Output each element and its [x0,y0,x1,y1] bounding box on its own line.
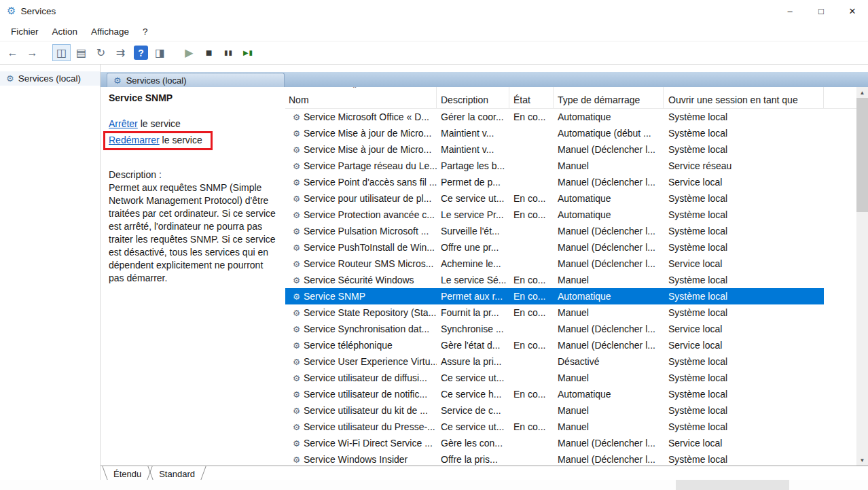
stop-service-button[interactable]: ■ [200,44,218,61]
minimize-button[interactable]: – [774,0,806,22]
tab-etendu[interactable]: Étendu [105,466,150,480]
restart-service-link[interactable]: Redémarrer [109,135,160,145]
service-name-cell: Service Mise à jour de Micro... [304,144,431,155]
menu-item-aide[interactable]: ? [136,24,155,39]
table-row[interactable]: ⚙Service utilisateur du Presse-...Ce ser… [285,419,824,435]
help-button[interactable]: ? [134,46,148,60]
scroll-up-arrow[interactable]: ▲ [856,87,868,98]
service-name-cell: Service Protection avancée c... [304,209,435,220]
console-main: ⚙ Services (local) ⚙ Services (local) Se… [0,65,868,480]
table-row[interactable]: ⚙Service Partage réseau du Le...Partage … [285,158,824,174]
column-headers: ˆ NomDescriptionÉtatType de démarrageOuv… [285,87,856,109]
service-startup-type-cell: Manuel (Déclencher l... [554,258,664,269]
table-row[interactable]: ⚙Service SNMPPermet aux r...En co...Auto… [285,288,824,304]
service-logon-cell: Système local [664,405,824,416]
forward-button[interactable]: → [23,44,41,61]
back-button[interactable]: ← [3,44,22,61]
table-row[interactable]: ⚙Service utilisateur de notific...Ce ser… [285,386,824,402]
restart-service-button[interactable]: ▶▮ [239,44,257,61]
taskbar-fragment [676,480,789,490]
menu-item-action[interactable]: Action [46,24,85,39]
service-startup-type-cell: Manuel (Déclencher l... [554,438,664,449]
service-gear-icon: ⚙ [291,324,302,334]
service-name-cell: Service utilisateur de diffusi... [304,372,427,383]
table-row[interactable]: ⚙Service PushToInstall de Win...Offre un… [285,239,824,256]
service-logon-cell: Système local [664,389,824,400]
menu-item-affichage[interactable]: Affichage [84,24,136,39]
services-list: ˆ NomDescriptionÉtatType de démarrageOuv… [285,87,868,466]
extended-view-button[interactable]: ◨ [151,44,169,61]
titlebar: ⚙ Services – □ ✕ [0,0,868,22]
service-startup-type-cell: Manuel [554,307,664,318]
service-startup-type-cell: Manuel [554,405,664,416]
content-header-band: ⚙ Services (local) [101,72,868,87]
table-row[interactable]: ⚙Service Protection avancée c...Le servi… [285,207,824,223]
stop-service-link[interactable]: Arrêter [109,118,138,129]
table-row[interactable]: ⚙Service Windows InsiderOffre la pris...… [285,451,824,466]
service-logon-cell: Système local [664,372,824,383]
services-node-icon: ⚙ [6,73,14,84]
table-row[interactable]: ⚙Service utilisateur du kit de ...Servic… [285,402,824,419]
export-list-button[interactable]: ⇉ [111,44,130,61]
service-logon-cell: Système local [664,193,824,204]
column-header-type-demarrage[interactable]: Type de démarrage [554,87,664,108]
service-state-cell: En co... [509,111,554,122]
refresh-button[interactable]: ↻ [92,44,110,61]
service-gear-icon: ⚙ [291,292,302,302]
table-row[interactable]: ⚙Service Sécurité WindowsLe service Sé..… [285,272,824,288]
table-row[interactable]: ⚙Service State Repository (Sta...Fournit… [285,304,824,321]
extended-detail-pane: Service SNMP Arrêter le service Redémarr… [101,87,285,466]
table-row[interactable]: ⚙Service Pulsation Microsoft ...Surveill… [285,223,824,239]
service-startup-type-cell: Manuel (Déclencher l... [554,226,664,237]
service-description-cell: Partage les b... [437,160,509,171]
show-console-tree-button[interactable]: ◫ [52,44,71,61]
table-row[interactable]: ⚙Service Microsoft Office « D...Gérer la… [285,109,824,125]
service-gear-icon: ⚙ [291,226,302,237]
column-header-nom[interactable]: Nom [285,87,437,108]
service-description-cell: Ce service ut... [437,421,509,432]
service-gear-icon: ⚙ [291,161,302,171]
table-row[interactable]: ⚙Service Synchronisation dat...Synchroni… [285,321,824,337]
service-startup-type-cell: Manuel (Déclencher l... [554,242,664,253]
service-name-cell: Service Microsoft Office « D... [304,111,429,122]
table-row[interactable]: ⚙Service Point d'accès sans fil ...Perme… [285,174,824,190]
service-name-cell: Service PushToInstall de Win... [304,242,435,253]
table-row[interactable]: ⚙Service Wi-Fi Direct Service ...Gère le… [285,435,824,451]
service-gear-icon: ⚙ [291,243,302,253]
service-gear-icon: ⚙ [291,194,302,204]
tab-standard[interactable]: Standard [150,466,204,480]
menu-item-fichier[interactable]: Fichier [4,24,46,39]
service-description-cell: Offre la pris... [437,454,509,465]
pause-service-button[interactable]: ▮▮ [219,44,238,61]
service-logon-cell: Système local [664,356,824,367]
scrollbar-thumb[interactable] [856,98,868,212]
tree-item-services-local[interactable]: ⚙ Services (local) [0,71,100,86]
table-row[interactable]: ⚙Service Mise à jour de Micro...Maintien… [285,141,824,158]
scroll-down-arrow[interactable]: ▼ [856,455,868,466]
table-row[interactable]: ⚙Service téléphoniqueGère l'état d...En … [285,337,824,353]
column-header-etat[interactable]: État [509,87,554,108]
column-header-description[interactable]: Description [437,87,509,108]
close-button[interactable]: ✕ [837,0,868,22]
table-row[interactable]: ⚙Service Mise à jour de Micro...Maintien… [285,125,824,141]
service-name-cell: Service Routeur SMS Micros... [304,258,433,269]
service-gear-icon: ⚙ [291,438,302,449]
service-startup-type-cell: Manuel [554,275,664,285]
service-logon-cell: Service local [664,323,824,334]
service-description-cell: Gérer la coor... [437,111,509,122]
start-service-button[interactable]: ▶ [180,44,198,61]
service-description-cell: Maintient v... [437,128,509,139]
service-logon-cell: Système local [664,242,824,253]
vertical-scrollbar[interactable]: ▲ ▼ [856,87,868,466]
table-row[interactable]: ⚙Service pour utilisateur de pl...Ce ser… [285,190,824,207]
column-header-ouvrir-session[interactable]: Ouvrir une session en tant que [664,87,824,108]
service-startup-type-cell: Désactivé [554,356,664,367]
table-row[interactable]: ⚙Service User Experience Virtu...Assure … [285,353,824,370]
properties-button[interactable]: ▤ [72,44,90,61]
service-gear-icon: ⚙ [291,259,302,269]
table-row[interactable]: ⚙Service utilisateur de diffusi...Ce ser… [285,370,824,386]
menubar: FichierActionAffichage? [0,22,868,41]
table-row[interactable]: ⚙Service Routeur SMS Micros...Achemine l… [285,256,824,272]
maximize-button[interactable]: □ [806,0,837,22]
service-name-cell: Service SNMP [304,291,365,302]
